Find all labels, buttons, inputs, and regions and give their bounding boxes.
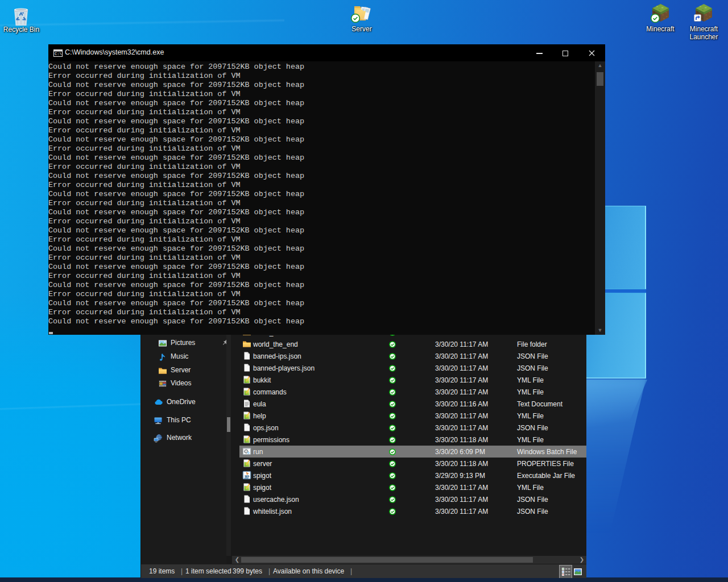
svg-text:C:\: C:\ [55,52,62,56]
